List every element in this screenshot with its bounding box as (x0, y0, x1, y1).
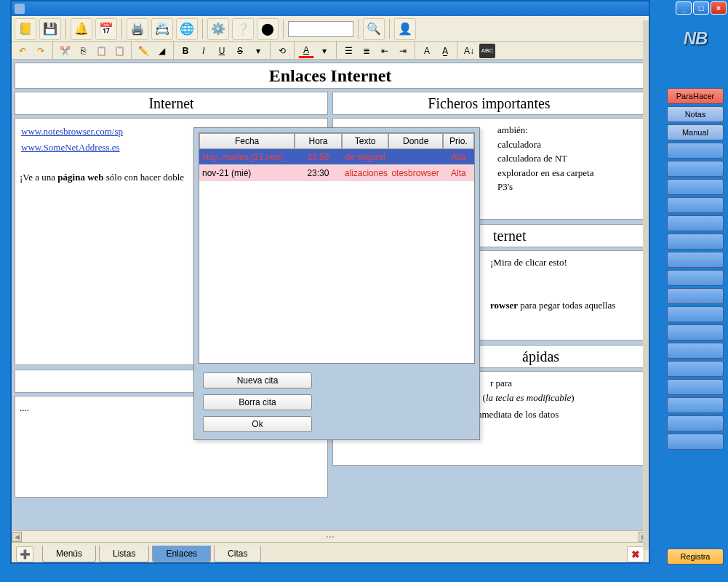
help-icon[interactable]: ❔ (232, 18, 254, 40)
sort-icon[interactable]: A↓ (461, 44, 477, 58)
globe-icon[interactable]: ⬤ (257, 18, 279, 40)
window-maximize-button[interactable]: □ (693, 1, 709, 15)
tab-listas[interactable]: Listas (99, 546, 149, 562)
dropdown-icon[interactable]: ▾ (316, 44, 332, 58)
font-icon[interactable]: A (419, 44, 435, 58)
delete-appointment-button[interactable]: Borra cita (203, 394, 312, 410)
tab-close-button[interactable]: ✖ (627, 546, 644, 562)
font-color-icon[interactable]: A (298, 44, 314, 58)
strike-button[interactable]: S (232, 44, 248, 58)
sidebar-manual[interactable]: Manual (667, 124, 724, 140)
outdent-icon[interactable]: ⇤ (377, 44, 393, 58)
sidebar-slot[interactable] (667, 215, 724, 231)
web-link[interactable]: www.notesbrowser.com/sp (21, 126, 123, 137)
underline-button[interactable]: U (214, 44, 230, 58)
web-link[interactable]: www.SomeNetAddress.es (21, 142, 120, 153)
sidebar-slot[interactable] (667, 324, 724, 340)
paste-special-icon[interactable]: 📋 (111, 44, 127, 58)
titlebar[interactable] (12, 1, 649, 16)
notebook-icon[interactable]: 📒 (15, 18, 36, 40)
net-text: para pegar todas aquellas (518, 300, 615, 311)
calendar-icon[interactable]: 📅 (95, 18, 117, 40)
scroll-left-icon[interactable]: ◀ (12, 532, 22, 542)
italic-button[interactable]: I (196, 44, 212, 58)
cell-fecha: nov-21 (mié) (199, 165, 295, 180)
sidebar-registra[interactable]: Registra (667, 549, 724, 565)
new-appointment-button[interactable]: Nueva cita (203, 372, 312, 388)
sidebar-slot[interactable] (667, 234, 724, 250)
search-input[interactable] (288, 21, 353, 37)
tabstrip: ➕ Menús Listas Enlaces Citas ✖ (12, 542, 649, 562)
cut-icon[interactable]: ✂️ (57, 44, 73, 58)
ok-button[interactable]: Ok (203, 416, 312, 432)
sidebar-slot[interactable] (667, 161, 724, 177)
bullets-icon[interactable]: ☰ (340, 44, 356, 58)
sidebar-slot[interactable] (667, 415, 724, 431)
table-row[interactable]: Hoy, martes (21.nov) 23:59 de segurid Al… (199, 149, 474, 165)
redo-icon[interactable]: ↷ (33, 44, 49, 58)
bell-icon[interactable]: 🔔 (71, 18, 92, 40)
tab-menus[interactable]: Menús (42, 546, 96, 562)
sidebar-slot[interactable] (667, 434, 724, 450)
horizontal-scroll[interactable]: ◀ ⋯ ▶ (12, 530, 649, 542)
font-size-icon[interactable]: A̲ (437, 44, 453, 58)
user-icon[interactable]: 👤 (394, 18, 416, 40)
sidebar-slot[interactable] (667, 270, 724, 286)
col-hora[interactable]: Hora (295, 133, 342, 149)
vertical-scroll[interactable] (643, 20, 649, 550)
sidebar-slot[interactable] (667, 197, 724, 213)
eraser-icon[interactable]: ◢ (153, 44, 169, 58)
separator (65, 19, 66, 39)
search-icon[interactable]: 🔍 (363, 18, 385, 40)
bold-button[interactable]: B (177, 44, 193, 58)
dropdown-icon[interactable]: ▾ (250, 44, 266, 58)
net-bold: rowser (490, 300, 518, 311)
cell-texto: de segurid (342, 149, 389, 164)
separator (173, 41, 174, 61)
window-close-button[interactable]: × (711, 1, 727, 15)
separator (202, 19, 203, 39)
page-title: Enlaces Internet (15, 63, 646, 89)
spellcheck-icon[interactable]: ABC (479, 44, 495, 58)
sidebar-slot[interactable] (667, 179, 724, 195)
col-texto[interactable]: Texto (342, 133, 389, 149)
tab-citas[interactable]: Citas (214, 546, 261, 562)
paste-icon[interactable]: 📋 (93, 44, 109, 58)
rapidas-italic: la tecla es modificable (486, 392, 571, 403)
rapidas-text: r para (490, 378, 512, 388)
col-fecha[interactable]: Fecha (199, 133, 295, 149)
print-icon[interactable]: 🖨️ (127, 18, 148, 40)
sidebar-notas[interactable]: Notas (667, 106, 724, 122)
separator (121, 19, 122, 39)
col-donde[interactable]: Donde (388, 133, 442, 149)
highlight-icon[interactable]: ✏️ (135, 44, 151, 58)
sidebar-slot[interactable] (667, 397, 724, 413)
sidebar-slot[interactable] (667, 361, 724, 377)
sidebar-slot[interactable] (667, 306, 724, 322)
appointments-dialog: Fecha Hora Texto Donde Prio. Hoy, martes… (193, 127, 480, 440)
indent-icon[interactable]: ⇥ (395, 44, 411, 58)
numbering-icon[interactable]: ≣ (359, 44, 375, 58)
sidebar-slot[interactable] (667, 252, 724, 268)
sidebar-parahacer[interactable]: ParaHacer (667, 88, 724, 104)
copy-icon[interactable]: ⎘ (75, 44, 91, 58)
sidebar-slot[interactable] (667, 343, 724, 359)
save-icon[interactable]: 💾 (39, 18, 61, 40)
web-icon[interactable]: 🌐 (176, 18, 198, 40)
col-prio[interactable]: Prio. (443, 133, 474, 149)
sidebar-slot[interactable] (667, 288, 724, 304)
sidebar-slot[interactable] (667, 379, 724, 395)
separator (131, 41, 132, 61)
clear-format-icon[interactable]: ⟲ (274, 44, 290, 58)
tab-enlaces[interactable]: Enlaces (152, 546, 211, 562)
sidebar-slot[interactable] (667, 143, 724, 159)
table-row[interactable]: nov-21 (mié) 23:30 alizaciones otesbrows… (199, 165, 474, 181)
settings-icon[interactable]: ⚙️ (207, 18, 229, 40)
cell-hora: 23:59 (295, 149, 342, 164)
undo-icon[interactable]: ↶ (15, 44, 31, 58)
scroll-grip[interactable]: ⋯ (326, 532, 335, 542)
print-preview-icon[interactable]: 📇 (151, 18, 173, 40)
window-minimize-button[interactable]: _ (676, 1, 692, 15)
new-tab-button[interactable]: ➕ (16, 546, 33, 562)
separator (52, 41, 53, 61)
